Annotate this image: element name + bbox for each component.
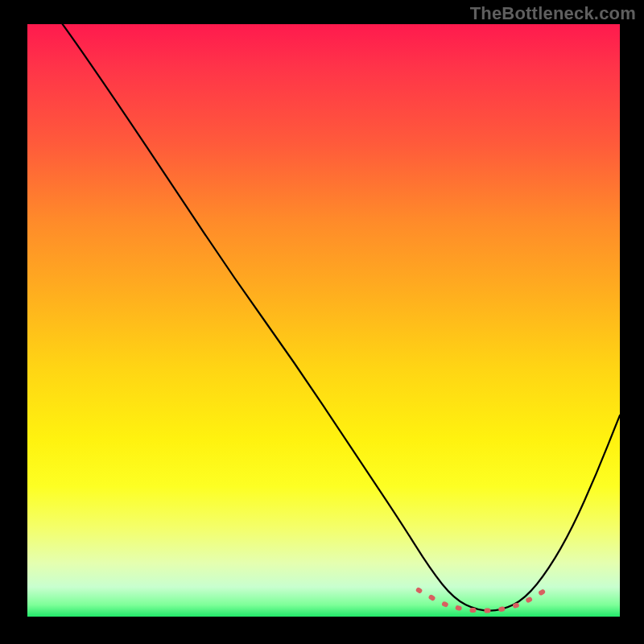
- bottleneck-curve: [27, 0, 620, 611]
- sweet-spot-dots: [419, 590, 543, 611]
- chart-stage: TheBottleneck.com: [0, 0, 644, 644]
- watermark-text: TheBottleneck.com: [470, 3, 636, 24]
- plot-area: [27, 24, 620, 617]
- chart-overlay: [27, 24, 620, 617]
